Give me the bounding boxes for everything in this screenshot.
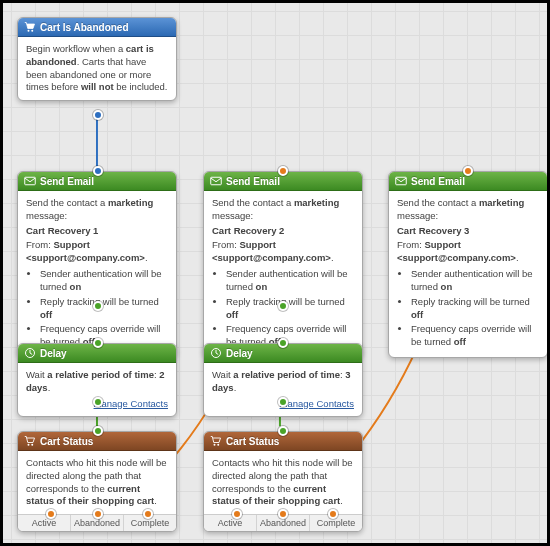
node-title: Cart Is Abandoned — [40, 22, 129, 33]
cart-icon — [24, 21, 36, 33]
svg-point-1 — [31, 30, 33, 32]
node-body: Send the contact a marketing message: Ca… — [204, 191, 362, 357]
node-trigger[interactable]: Cart Is Abandoned Begin workflow when a … — [17, 17, 177, 101]
envelope-icon — [210, 175, 222, 187]
node-header: Cart Status — [204, 432, 362, 451]
node-body: Wait a relative period of time: 3 days. … — [204, 363, 362, 416]
node-body: Send the contact a marketing message: Ca… — [18, 191, 176, 357]
node-send-email-3[interactable]: Send Email Send the contact a marketing … — [388, 171, 548, 358]
cart-icon — [210, 435, 222, 447]
branch-abandoned[interactable]: Abandoned — [71, 515, 124, 531]
node-body: Wait a relative period of time: 2 days. … — [18, 363, 176, 416]
email-name: Cart Recovery 2 — [212, 225, 354, 238]
node-cart-status-2[interactable]: Cart Status Contacts who hit this node w… — [203, 431, 363, 532]
svg-point-9 — [214, 444, 216, 446]
node-header: Delay — [18, 344, 176, 363]
svg-point-7 — [28, 444, 30, 446]
node-title: Delay — [40, 348, 67, 359]
manage-contacts-link[interactable]: Manage Contacts — [26, 398, 168, 411]
svg-point-10 — [217, 444, 219, 446]
node-send-email-1[interactable]: Send Email Send the contact a marketing … — [17, 171, 177, 358]
email-name: Cart Recovery 3 — [397, 225, 539, 238]
node-title: Send Email — [40, 176, 94, 187]
node-body: Send the contact a marketing message: Ca… — [389, 191, 547, 357]
manage-contacts-link[interactable]: Manage Contacts — [212, 398, 354, 411]
node-delay-1[interactable]: Delay Wait a relative period of time: 2 … — [17, 343, 177, 417]
svg-point-0 — [28, 30, 30, 32]
node-body: Contacts who hit this node will be direc… — [18, 451, 176, 514]
node-title: Cart Status — [40, 436, 93, 447]
branch-abandoned[interactable]: Abandoned — [257, 515, 310, 531]
node-title: Cart Status — [226, 436, 279, 447]
node-title: Send Email — [226, 176, 280, 187]
clock-icon — [24, 347, 36, 359]
branch-complete[interactable]: Complete — [124, 515, 176, 531]
svg-rect-3 — [211, 177, 222, 185]
node-header: Send Email — [18, 172, 176, 191]
node-header: Send Email — [389, 172, 547, 191]
svg-point-8 — [31, 444, 33, 446]
branch-active[interactable]: Active — [18, 515, 71, 531]
node-body: Contacts who hit this node will be direc… — [204, 451, 362, 514]
node-delay-2[interactable]: Delay Wait a relative period of time: 3 … — [203, 343, 363, 417]
cart-icon — [24, 435, 36, 447]
svg-rect-4 — [396, 177, 407, 185]
clock-icon — [210, 347, 222, 359]
envelope-icon — [395, 175, 407, 187]
branch-active[interactable]: Active — [204, 515, 257, 531]
node-header: Send Email — [204, 172, 362, 191]
svg-rect-2 — [25, 177, 36, 185]
branch-complete[interactable]: Complete — [310, 515, 362, 531]
envelope-icon — [24, 175, 36, 187]
node-title: Send Email — [411, 176, 465, 187]
workflow-canvas[interactable]: Cart Is Abandoned Begin workflow when a … — [0, 0, 550, 546]
node-header: Delay — [204, 344, 362, 363]
email-name: Cart Recovery 1 — [26, 225, 168, 238]
node-title: Delay — [226, 348, 253, 359]
node-send-email-2[interactable]: Send Email Send the contact a marketing … — [203, 171, 363, 358]
node-header: Cart Status — [18, 432, 176, 451]
node-body: Begin workflow when a cart is abandoned.… — [18, 37, 176, 100]
node-header: Cart Is Abandoned — [18, 18, 176, 37]
node-cart-status-1[interactable]: Cart Status Contacts who hit this node w… — [17, 431, 177, 532]
